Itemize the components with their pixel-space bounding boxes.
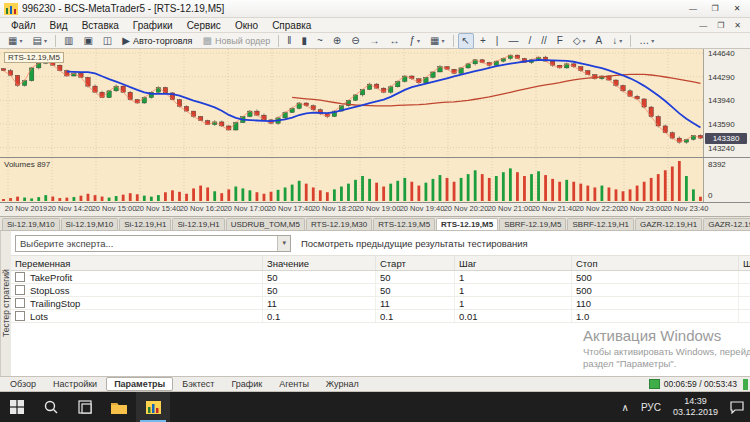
tester-tab-журнал[interactable]: Журнал — [318, 377, 367, 391]
chart-tab-si-12-19-m10[interactable]: Si-12.19,M10 — [61, 218, 119, 230]
chart-tab-si-12-19-m10[interactable]: Si-12.19,M10 — [2, 218, 60, 230]
expert-select[interactable]: Выберите эксперта... ▾ — [15, 235, 291, 252]
tester-tab-агенты[interactable]: Агенты — [271, 377, 317, 391]
previous-results-link[interactable]: Посмотреть предыдущие результаты тестиро… — [301, 238, 528, 249]
vertical-line-button[interactable]: | — [492, 33, 503, 49]
bars-button[interactable]: ‖ — [283, 33, 295, 49]
trendline-button[interactable]: / — [524, 33, 535, 49]
tray-expand-button[interactable]: ∧ — [616, 392, 635, 422]
more-tools-button[interactable]: …▾ — [635, 33, 658, 49]
column-header-2[interactable]: Значение — [263, 256, 376, 271]
tester-side-label[interactable]: Тестер стратегий — [0, 231, 11, 376]
column-header-1[interactable]: Переменная — [11, 256, 263, 271]
price-chart-canvas[interactable] — [0, 49, 704, 157]
param-value-cell[interactable]: 1 — [455, 284, 572, 297]
checkbox[interactable] — [15, 311, 25, 321]
new-order-button[interactable]: ▩Новый ордер — [198, 33, 274, 49]
search-button[interactable] — [34, 392, 68, 422]
column-header-5[interactable]: Стоп — [572, 256, 739, 271]
price-scale[interactable]: 144640144290143940143590143240143380 — [703, 49, 750, 157]
param-value-cell[interactable]: 50 — [263, 271, 376, 284]
table-row[interactable]: Lots0.10.10.011.0 — [11, 310, 750, 323]
param-value-cell[interactable] — [739, 284, 750, 297]
param-value-cell[interactable]: 11 — [376, 297, 455, 310]
crosshair-button[interactable]: + — [476, 33, 490, 49]
start-button[interactable] — [0, 392, 34, 422]
horizontal-line-button[interactable]: — — [504, 33, 522, 49]
text-button[interactable]: A — [592, 33, 607, 49]
menu-item-графики[interactable]: Графики — [126, 19, 180, 32]
menu-item-файл[interactable]: Файл — [4, 19, 43, 32]
param-value-cell[interactable]: 1 — [455, 297, 572, 310]
volume-scale[interactable]: 83920 — [703, 158, 750, 202]
param-value-cell[interactable] — [739, 271, 750, 284]
indicators-button[interactable]: ƒ▾ — [406, 33, 425, 49]
menu-item-сервис[interactable]: Сервис — [180, 19, 228, 32]
chart-tab-rts-12-19-m30[interactable]: RTS-12.19,M30 — [306, 218, 372, 230]
table-row[interactable]: StopLoss50501500 — [11, 284, 750, 297]
maximize-button[interactable]: ❐ — [704, 2, 726, 16]
timeframes-button[interactable]: ▦▾ — [426, 33, 448, 49]
param-value-cell[interactable] — [739, 310, 750, 323]
action-center-button[interactable] — [724, 392, 750, 422]
language-indicator[interactable]: РУС — [635, 392, 667, 422]
column-header-4[interactable]: Шаг — [455, 256, 572, 271]
chart-tab-usdrub-tom-m5[interactable]: USDRUB_TOM,M5 — [226, 218, 305, 230]
param-value-cell[interactable]: 50 — [376, 284, 455, 297]
param-value-cell[interactable]: 110 — [572, 297, 739, 310]
line-chart-button[interactable]: ~ — [313, 33, 327, 49]
chart-tab-si-12-19-h1[interactable]: Si-12.19,H1 — [119, 218, 171, 230]
menu-item-вставка[interactable]: Вставка — [75, 19, 126, 32]
chart-tab-rts-12-19-m5[interactable]: RTS-12.19,M5 — [436, 218, 498, 230]
tester-tab-график[interactable]: График — [223, 377, 270, 391]
chart-tab-gazr-12-19-h1[interactable]: GAZR-12.19,H1 — [635, 218, 702, 230]
chart-tab-sbrf-12-19-m5[interactable]: SBRF-12.19,M5 — [499, 218, 566, 230]
child-minimize-button[interactable]: — — [694, 21, 712, 30]
table-row[interactable]: TakeProfit50501500 — [11, 271, 750, 284]
close-button[interactable]: ✕ — [726, 2, 748, 16]
child-restore-button[interactable]: ❐ — [712, 21, 729, 30]
metatrader-taskbar-button[interactable] — [136, 392, 170, 422]
autotrading-button[interactable]: ▶Авто-торговля — [118, 33, 196, 49]
chart-tab-sbrf-12-19-h1[interactable]: SBRF-12.19,H1 — [567, 218, 633, 230]
arrows-button[interactable]: ↓▾ — [608, 33, 626, 49]
param-value-cell[interactable]: 0.1 — [263, 310, 376, 323]
zoom-out-button[interactable]: ⊖ — [347, 33, 363, 49]
volume-pane[interactable]: Volumes 897 83920 — [0, 158, 750, 203]
table-row[interactable]: TrailingStop11111110 — [11, 297, 750, 310]
channel-button[interactable]: // — [537, 33, 551, 49]
auto-scroll-button[interactable]: → — [366, 33, 384, 49]
tester-tab-бэктест[interactable]: Бэктест — [174, 377, 222, 391]
chart-tab-si-12-19-h1[interactable]: Si-12.19,H1 — [172, 218, 224, 230]
param-value-cell[interactable]: 500 — [572, 284, 739, 297]
param-value-cell[interactable]: 0.01 — [455, 310, 572, 323]
fibonacci-button[interactable]: F — [553, 33, 567, 49]
volume-chart-canvas[interactable] — [0, 158, 704, 202]
column-header-3[interactable]: Старт — [376, 256, 455, 271]
column-header-6[interactable]: Шаги — [739, 256, 750, 271]
param-value-cell[interactable]: 0.1 — [376, 310, 455, 323]
profiles-button[interactable]: ▤▾ — [28, 33, 50, 49]
menu-item-окно[interactable]: Окно — [228, 19, 265, 32]
param-value-cell[interactable]: 1 — [455, 271, 572, 284]
file-explorer-button[interactable] — [102, 392, 136, 422]
param-value-cell[interactable] — [739, 297, 750, 310]
candles-button[interactable]: ▮ — [297, 33, 311, 49]
tester-tab-настройки[interactable]: Настройки — [45, 377, 105, 391]
new-chart-button[interactable]: ▦▾ — [4, 33, 26, 49]
navigator-button[interactable]: ◫ — [99, 33, 116, 49]
data-window-button[interactable]: ▣ — [79, 33, 96, 49]
param-value-cell[interactable]: 1.0 — [572, 310, 739, 323]
checkbox[interactable] — [15, 298, 25, 308]
chart-tab-rts-12-19-m5[interactable]: RTS-12.19,M5 — [373, 218, 435, 230]
chart-tab-gazr-12-19-m5[interactable]: GAZR-12.19,M5 — [703, 218, 750, 230]
checkbox[interactable] — [15, 272, 25, 282]
shapes-button[interactable]: ◇▾ — [569, 33, 590, 49]
param-value-cell[interactable]: 500 — [572, 271, 739, 284]
tester-tab-обзор[interactable]: Обзор — [2, 377, 44, 391]
menu-item-справка[interactable]: Справка — [265, 19, 318, 32]
chevron-down-icon[interactable]: ▾ — [277, 236, 290, 251]
minimize-button[interactable]: — — [682, 2, 704, 16]
cursor-button[interactable]: ↖ — [458, 33, 474, 49]
zoom-in-button[interactable]: ⊕ — [329, 33, 345, 49]
